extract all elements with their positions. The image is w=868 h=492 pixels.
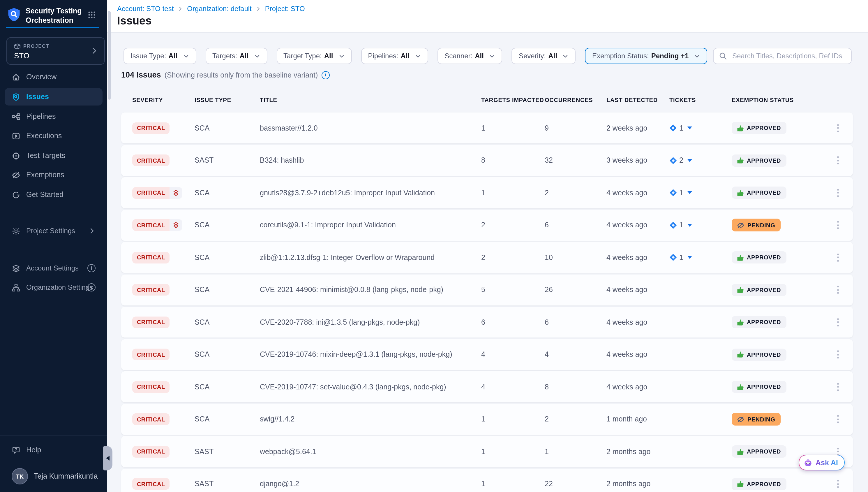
issue-title[interactable]: coreutils@9.1-1: Improper Input Validati… (260, 210, 396, 241)
shield-search-icon (12, 92, 20, 101)
chevron-right-icon (88, 227, 96, 234)
tickets-dropdown[interactable]: 1 (669, 242, 692, 273)
column-header[interactable]: TITLE (260, 97, 277, 103)
kebab-menu-icon (835, 283, 841, 296)
row-menu-button[interactable] (835, 210, 841, 241)
info-icon[interactable]: i (87, 264, 96, 272)
status-badge: PENDING (732, 219, 780, 231)
thumbs-up-icon (737, 448, 744, 455)
sidebar-item-issues[interactable]: Issues (5, 88, 103, 105)
sidebar-item-help[interactable]: ? Help (5, 441, 103, 459)
row-menu-button[interactable] (835, 371, 841, 402)
tickets-dropdown[interactable]: 1 (669, 210, 692, 241)
row-menu-button[interactable] (835, 177, 841, 208)
table-row[interactable]: CRITICAL SCA coreutils@9.1-1: Improper I… (121, 210, 853, 241)
tickets-dropdown[interactable]: 1 (669, 177, 692, 208)
sidebar-collapse-handle[interactable] (103, 446, 112, 470)
breadcrumb-link[interactable]: Account: STO test (117, 5, 174, 13)
status-badge: APPROVED (732, 154, 786, 167)
help-chat-icon: ? (12, 446, 20, 454)
issue-title[interactable]: CVE-2019-10746: mixin-deep@1.3.1 (lang-p… (260, 339, 452, 370)
column-header[interactable]: SEVERITY (132, 97, 163, 103)
apps-grid-icon[interactable] (88, 11, 96, 19)
breadcrumb-link[interactable]: Project: STO (265, 5, 305, 13)
sidebar-item-organization-settings[interactable]: Organization Settings i (5, 279, 103, 296)
issue-title[interactable]: zlib@1:1.2.13.dfsg-1: Integer Overflow o… (260, 242, 435, 273)
tickets-dropdown[interactable]: 2 (669, 145, 692, 176)
sidebar-item-overview[interactable]: Overview (5, 68, 103, 86)
breadcrumb-link[interactable]: Organization: default (187, 5, 252, 13)
column-header[interactable]: TARGETS IMPACTED (481, 97, 544, 103)
row-menu-button[interactable] (835, 242, 841, 273)
filter-dropdown[interactable]: Severity: All (512, 48, 576, 64)
column-header[interactable]: LAST DETECTED (606, 97, 658, 103)
user-menu[interactable]: TK Teja Kummarikuntla (5, 466, 103, 486)
issue-title[interactable]: swig//1.4.2 (260, 404, 295, 435)
ask-ai-button[interactable]: Ask AI (799, 455, 845, 470)
row-menu-button[interactable] (835, 306, 841, 338)
sidebar-item-test-targets[interactable]: Test Targets (5, 147, 103, 164)
issue-title[interactable]: webpack@5.64.1 (260, 436, 316, 467)
column-header[interactable]: OCCURRENCES (545, 97, 593, 103)
table-row[interactable]: CRITICAL SCA bassmaster//1.2.0 1 9 2 wee… (121, 113, 853, 143)
search-input[interactable] (731, 51, 846, 60)
info-icon[interactable]: i (87, 283, 96, 292)
table-row[interactable]: CRITICAL SCA CVE-2021-44906: minimist@0.… (121, 274, 853, 305)
tickets-dropdown[interactable]: 1 (669, 113, 692, 143)
status-badge: APPROVED (732, 251, 786, 264)
issue-title[interactable]: django@1.2 (260, 468, 299, 492)
issue-title[interactable]: bassmaster//1.2.0 (260, 113, 318, 143)
sidebar-item-pipelines[interactable]: Pipelines (5, 108, 103, 125)
issue-title[interactable]: gnutls28@3.7.9-2+deb12u5: Improper Input… (260, 177, 435, 208)
table-row[interactable]: CRITICAL SCA CVE-2019-10746: mixin-deep@… (121, 339, 853, 370)
table-row[interactable]: CRITICAL SCA zlib@1:1.2.13.dfsg-1: Integ… (121, 242, 853, 273)
filter-dropdown[interactable]: Pipelines: All (361, 48, 428, 64)
sidebar-item-label: Organization Settings (26, 283, 93, 292)
scrollbar-thumb[interactable] (108, 11, 111, 100)
sidebar-item-get-started[interactable]: Get Started (5, 186, 103, 203)
table-row[interactable]: CRITICAL SAST B324: hashlib 8 32 3 weeks… (121, 145, 853, 176)
filter-dropdown[interactable]: Targets: All (205, 48, 267, 64)
table-row[interactable]: CRITICAL SCA CVE-2019-10747: set-value@0… (121, 371, 853, 402)
row-menu-button[interactable] (835, 113, 841, 143)
row-menu-button[interactable] (835, 468, 841, 492)
sidebar-item-exemptions[interactable]: Exemptions (5, 166, 103, 183)
table-row[interactable]: CRITICAL SCA swig//1.4.2 1 2 1 month ago (121, 404, 853, 435)
exemption-status-cell: APPROVED (732, 177, 786, 208)
occurrences: 2 (545, 404, 549, 435)
column-header[interactable]: EXEMPTION STATUS (732, 97, 794, 103)
exemption-status-cell: APPROVED (732, 371, 786, 402)
filter-dropdown[interactable]: Scanner: All (438, 48, 502, 64)
sidebar-item-account-settings[interactable]: Account Settings i (5, 260, 103, 277)
column-header[interactable]: ISSUE TYPE (194, 97, 231, 103)
column-header[interactable]: TICKETS (669, 97, 696, 103)
severity-cell: CRITICAL (132, 436, 170, 467)
table-row[interactable]: CRITICAL SCA gnutls28@3.7.9-2+deb12u5: I… (121, 177, 853, 208)
issue-title[interactable]: CVE-2019-10747: set-value@0.4.3 (lang-pk… (260, 371, 446, 402)
issue-title[interactable]: B324: hashlib (260, 145, 304, 176)
severity-cell: CRITICAL (132, 145, 170, 176)
table-row[interactable]: CRITICAL SAST django@1.2 1 22 2 months a… (121, 468, 853, 492)
filter-dropdown[interactable]: Exemption Status: Pending +1 (585, 48, 708, 64)
project-selector[interactable]: PROJECT STO (6, 37, 105, 65)
filter-dropdown[interactable]: Issue Type: All (124, 48, 196, 64)
severity-cell: CRITICAL (132, 339, 170, 370)
layers-stack-icon (170, 187, 183, 198)
row-menu-button[interactable] (835, 274, 841, 305)
sidebar-item-executions[interactable]: Executions (5, 127, 103, 145)
targets-impacted: 1 (481, 177, 485, 208)
chevron-down-icon (415, 53, 421, 59)
last-detected: 4 weeks ago (606, 177, 647, 208)
row-menu-button[interactable] (835, 145, 841, 176)
row-menu-button[interactable] (835, 404, 841, 435)
table-row[interactable]: CRITICAL SAST webpack@5.64.1 1 1 2 month… (121, 436, 853, 467)
info-icon[interactable]: i (321, 71, 330, 79)
sidebar-item-project-settings[interactable]: Project Settings (5, 222, 103, 240)
filter-dropdown[interactable]: Target Type: All (277, 48, 351, 64)
table-row[interactable]: CRITICAL SCA CVE-2020-7788: ini@1.3.5 (l… (121, 306, 853, 338)
issue-title[interactable]: CVE-2021-44906: minimist@0.0.8 (lang-pkg… (260, 274, 443, 305)
row-menu-button[interactable] (835, 339, 841, 370)
issue-title[interactable]: CVE-2020-7788: ini@1.3.5 (lang-pkgs, nod… (260, 306, 420, 338)
kebab-menu-icon (835, 219, 841, 231)
ai-mascot-icon (803, 458, 813, 467)
